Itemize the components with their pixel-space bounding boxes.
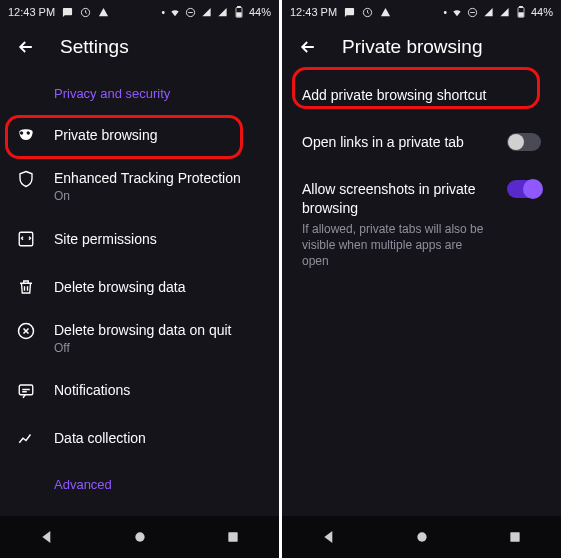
warning-icon bbox=[97, 6, 109, 18]
item-sub: On bbox=[54, 189, 263, 205]
item-allow-screenshots[interactable]: Allow screenshots in private browsing If… bbox=[282, 166, 561, 283]
wifi-icon bbox=[169, 6, 181, 18]
nav-home[interactable] bbox=[129, 526, 151, 548]
section-advanced: Advanced bbox=[0, 463, 279, 502]
clock-icon bbox=[79, 6, 91, 18]
item-delete-data[interactable]: Delete browsing data bbox=[0, 263, 279, 311]
item-delete-quit[interactable]: Delete browsing data on quit Off bbox=[0, 311, 279, 367]
chat-icon bbox=[16, 381, 36, 401]
nav-home[interactable] bbox=[411, 526, 433, 548]
item-etp[interactable]: Enhanced Tracking Protection On bbox=[0, 159, 279, 215]
warning-icon bbox=[379, 6, 391, 18]
back-button[interactable] bbox=[16, 37, 36, 57]
item-label: Allow screenshots in private browsing bbox=[302, 180, 493, 218]
battery-icon bbox=[233, 6, 245, 18]
status-bar: 12:43 PM • 44% bbox=[0, 0, 279, 24]
svg-rect-16 bbox=[510, 532, 519, 541]
signal2-icon bbox=[499, 6, 511, 18]
svg-rect-14 bbox=[519, 13, 524, 17]
header: Settings bbox=[0, 24, 279, 72]
svg-rect-4 bbox=[237, 13, 242, 17]
toggle-open-links[interactable] bbox=[507, 133, 541, 151]
section-privacy: Privacy and security bbox=[0, 72, 279, 111]
signal-icon bbox=[201, 6, 213, 18]
clock-icon bbox=[361, 6, 373, 18]
status-bar: 12:43 PM • 44% bbox=[282, 0, 561, 24]
nav-recent[interactable] bbox=[504, 526, 526, 548]
item-data-collection[interactable]: Data collection bbox=[0, 415, 279, 463]
status-time: 12:43 PM bbox=[8, 6, 55, 18]
svg-rect-3 bbox=[237, 6, 240, 8]
battery-pct: 44% bbox=[249, 6, 271, 18]
battery-icon bbox=[515, 6, 527, 18]
item-sub: Off bbox=[54, 341, 263, 357]
chart-icon bbox=[16, 429, 36, 449]
toggle-screenshots[interactable] bbox=[507, 180, 541, 198]
dot-icon: • bbox=[443, 7, 447, 18]
nav-back[interactable] bbox=[36, 526, 58, 548]
item-open-links[interactable]: Open links in a private tab bbox=[282, 119, 561, 166]
svg-point-15 bbox=[417, 532, 426, 541]
dnd-icon bbox=[467, 6, 479, 18]
item-label: Delete browsing data on quit bbox=[54, 321, 263, 339]
nav-bar bbox=[0, 516, 279, 558]
nav-bar bbox=[282, 516, 561, 558]
nav-back[interactable] bbox=[318, 526, 340, 548]
private-browsing-screen: 12:43 PM • 44% Private browsing Add priv… bbox=[282, 0, 561, 558]
nav-recent[interactable] bbox=[222, 526, 244, 548]
item-sub: If allowed, private tabs will also be vi… bbox=[302, 221, 492, 270]
close-circle-icon bbox=[16, 321, 36, 341]
status-time: 12:43 PM bbox=[290, 6, 337, 18]
item-label: Add private browsing shortcut bbox=[302, 86, 541, 105]
item-add-shortcut[interactable]: Add private browsing shortcut bbox=[282, 72, 561, 119]
dnd-icon bbox=[185, 6, 197, 18]
battery-pct: 44% bbox=[531, 6, 553, 18]
trash-icon bbox=[16, 277, 36, 297]
wifi-icon bbox=[451, 6, 463, 18]
svg-rect-13 bbox=[519, 6, 522, 8]
item-private-browsing[interactable]: Private browsing bbox=[0, 111, 279, 159]
page-title: Settings bbox=[60, 36, 129, 58]
mask-icon bbox=[16, 125, 36, 145]
header: Private browsing bbox=[282, 24, 561, 72]
item-label: Private browsing bbox=[54, 126, 263, 144]
item-label: Enhanced Tracking Protection bbox=[54, 169, 263, 187]
svg-rect-9 bbox=[228, 532, 237, 541]
svg-rect-5 bbox=[19, 232, 33, 246]
signal-icon bbox=[483, 6, 495, 18]
item-label: Data collection bbox=[54, 429, 263, 447]
item-notifications[interactable]: Notifications bbox=[0, 367, 279, 415]
item-label: Site permissions bbox=[54, 230, 263, 248]
item-label: Open links in a private tab bbox=[302, 133, 493, 152]
shield-icon bbox=[16, 169, 36, 189]
signal2-icon bbox=[217, 6, 229, 18]
settings-screen: 12:43 PM • 44% Settings Privacy and secu… bbox=[0, 0, 279, 558]
svg-point-8 bbox=[135, 532, 144, 541]
item-site-permissions[interactable]: Site permissions bbox=[0, 215, 279, 263]
dot-icon: • bbox=[161, 7, 165, 18]
back-button[interactable] bbox=[298, 37, 318, 57]
page-title: Private browsing bbox=[342, 36, 482, 58]
permissions-icon bbox=[16, 229, 36, 249]
item-label: Delete browsing data bbox=[54, 278, 263, 296]
message-icon bbox=[343, 6, 355, 18]
item-label: Notifications bbox=[54, 381, 263, 399]
message-icon bbox=[61, 6, 73, 18]
